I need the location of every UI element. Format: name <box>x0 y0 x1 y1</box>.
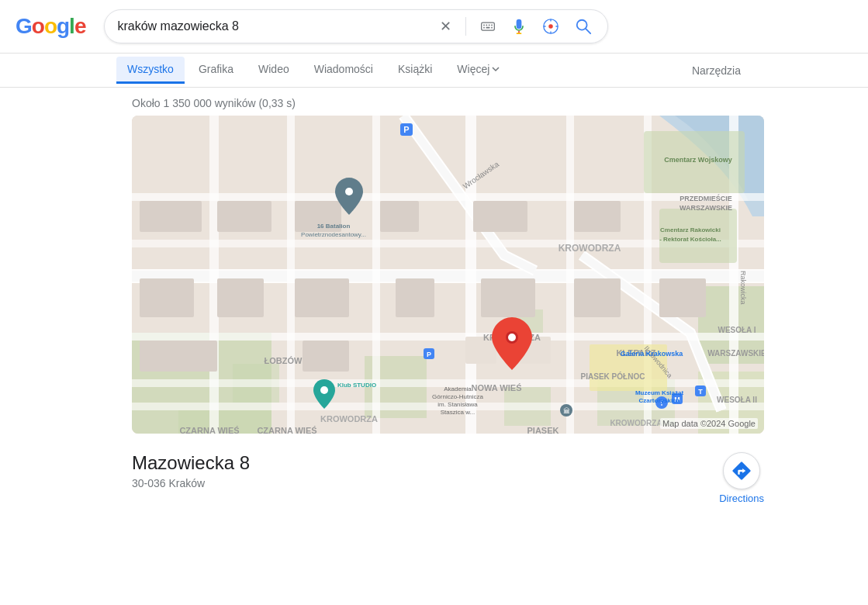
svg-text:KROWODRZA: KROWODRZA <box>610 419 662 427</box>
svg-rect-46 <box>574 201 621 232</box>
svg-text:KROWODRZA: KROWODRZA <box>558 243 621 254</box>
svg-text:16 Batalion: 16 Batalion <box>317 223 351 230</box>
svg-text:P: P <box>427 351 431 358</box>
svg-text:Czartoryskich: Czartoryskich <box>639 397 680 404</box>
directions-button-container: Directions <box>719 452 764 504</box>
svg-rect-36 <box>132 333 764 341</box>
search-button[interactable] <box>572 15 595 38</box>
main-content: Rakowicka KROWODRZA <box>0 116 868 517</box>
svg-text:CZARNA WIEŚ: CZARNA WIEŚ <box>257 426 316 434</box>
svg-point-84 <box>345 188 353 195</box>
svg-rect-4 <box>492 25 493 26</box>
svg-rect-6 <box>486 27 490 29</box>
svg-rect-9 <box>517 33 522 34</box>
svg-text:WARSZAWSKIE: WARSZAWSKIE <box>707 349 764 358</box>
header: Google ✕ <box>0 0 868 54</box>
google-lens-button[interactable] <box>539 15 562 38</box>
svg-text:🏛: 🏛 <box>563 407 570 415</box>
tab-wiadomosci[interactable]: Wiadomości <box>303 57 384 84</box>
directions-icon <box>731 460 752 482</box>
keyboard-button[interactable] <box>477 16 499 37</box>
map-credit: Map data ©2024 Google <box>660 418 758 429</box>
svg-text:KROWODRZA: KROWODRZA <box>320 414 378 424</box>
svg-text:Galeria Krakowska: Galeria Krakowska <box>621 350 684 358</box>
map-container[interactable]: Rakowicka KROWODRZA <box>132 116 764 434</box>
svg-rect-42 <box>217 201 271 232</box>
svg-text:Rakowicka: Rakowicka <box>739 271 747 305</box>
logo-g2: g <box>57 14 69 38</box>
svg-text:NOWA WIEŚ: NOWA WIEŚ <box>472 383 522 392</box>
svg-text:WESOŁA I: WESOŁA I <box>718 326 756 334</box>
svg-text:P: P <box>403 125 409 134</box>
tab-wiecej[interactable]: Więcej <box>446 57 511 84</box>
svg-line-13 <box>586 29 591 33</box>
search-input[interactable] <box>117 19 437 33</box>
location-name: Mazowiecka 8 <box>132 452 250 474</box>
tab-grafika[interactable]: Grafika <box>188 57 244 84</box>
results-count: Około 1 350 000 wyników (0,33 s) <box>0 88 868 116</box>
logo-o1: o <box>32 14 44 38</box>
svg-text:Górniczo-Hutnicza: Górniczo-Hutnicza <box>432 393 483 400</box>
location-info: Mazowiecka 8 30-036 Kraków Directions <box>132 446 764 517</box>
svg-rect-1 <box>484 25 486 26</box>
clear-button[interactable]: ✕ <box>437 15 455 38</box>
tools-button[interactable]: Narzędzia <box>681 58 752 83</box>
svg-text:Staszica w...: Staszica w... <box>441 409 475 416</box>
tab-wideo[interactable]: Wideo <box>247 57 300 84</box>
svg-text:Akademia: Akademia <box>444 385 472 392</box>
svg-rect-53 <box>659 278 706 317</box>
logo-l: l <box>69 14 74 38</box>
svg-text:T: T <box>698 388 703 396</box>
svg-point-11 <box>549 24 554 29</box>
svg-rect-45 <box>473 201 527 232</box>
logo-o2: o <box>44 14 57 38</box>
svg-text:WESOŁA II: WESOŁA II <box>717 396 757 404</box>
svg-text:PIASEK PÓŁNOC: PIASEK PÓŁNOC <box>581 372 645 381</box>
search-bar: ✕ <box>104 9 608 43</box>
location-address: 30-036 Kraków <box>132 477 250 489</box>
svg-text:im. Stanisława: im. Stanisława <box>437 401 478 408</box>
svg-text:PIASEK: PIASEK <box>527 426 559 434</box>
search-icons: ✕ <box>437 15 595 38</box>
svg-text:Cmentarz Wojskowy: Cmentarz Wojskowy <box>664 156 731 164</box>
svg-text:Klub STUDIO: Klub STUDIO <box>337 382 376 389</box>
svg-point-110 <box>508 334 516 341</box>
svg-rect-41 <box>140 201 202 232</box>
svg-point-89 <box>320 386 328 394</box>
svg-rect-47 <box>140 278 194 317</box>
svg-rect-5 <box>484 27 486 29</box>
location-text: Mazowiecka 8 30-036 Kraków <box>132 452 250 489</box>
directions-label: Directions <box>719 493 764 504</box>
tab-wszystko[interactable]: Wszystko <box>116 57 185 84</box>
svg-rect-54 <box>140 341 217 372</box>
svg-rect-0 <box>482 22 495 30</box>
svg-rect-48 <box>217 278 264 317</box>
microphone-button[interactable] <box>508 16 530 37</box>
svg-rect-55 <box>303 341 349 372</box>
logo-g: G <box>16 14 32 38</box>
svg-text:CZARNA WIEŚ: CZARNA WIEŚ <box>179 426 239 434</box>
svg-text:- Rektorat Kościoła...: - Rektorat Kościoła... <box>659 236 721 243</box>
svg-rect-52 <box>574 278 621 317</box>
svg-rect-2 <box>486 25 488 26</box>
svg-text:Cmentarz Rakowicki: Cmentarz Rakowicki <box>660 226 721 233</box>
nav-tabs: Wszystko Grafika Wideo Wiadomości Książk… <box>0 54 868 88</box>
map-svg: Rakowicka KROWODRZA <box>132 116 764 434</box>
svg-rect-7 <box>492 27 493 29</box>
svg-text:PRZEDMIEŚCIE: PRZEDMIEŚCIE <box>680 194 732 202</box>
svg-rect-50 <box>396 278 434 317</box>
directions-button[interactable] <box>723 452 760 489</box>
logo-e: e <box>74 14 86 38</box>
svg-text:WARSZAWSKIE: WARSZAWSKIE <box>680 204 732 212</box>
svg-rect-51 <box>481 278 535 317</box>
svg-rect-3 <box>489 25 490 26</box>
tab-ksiazki[interactable]: Książki <box>387 57 443 84</box>
svg-rect-34 <box>132 193 764 201</box>
svg-rect-49 <box>295 278 349 317</box>
google-logo[interactable]: Google <box>16 14 85 39</box>
chevron-down-icon <box>491 64 500 74</box>
svg-text:Powietrznodesantowy...: Powietrznodesantowy... <box>301 231 366 238</box>
svg-rect-44 <box>380 201 419 232</box>
svg-text:Muzeum Książąt: Muzeum Książąt <box>635 389 684 396</box>
svg-text:ŁOBZÓW: ŁOBZÓW <box>265 356 303 365</box>
